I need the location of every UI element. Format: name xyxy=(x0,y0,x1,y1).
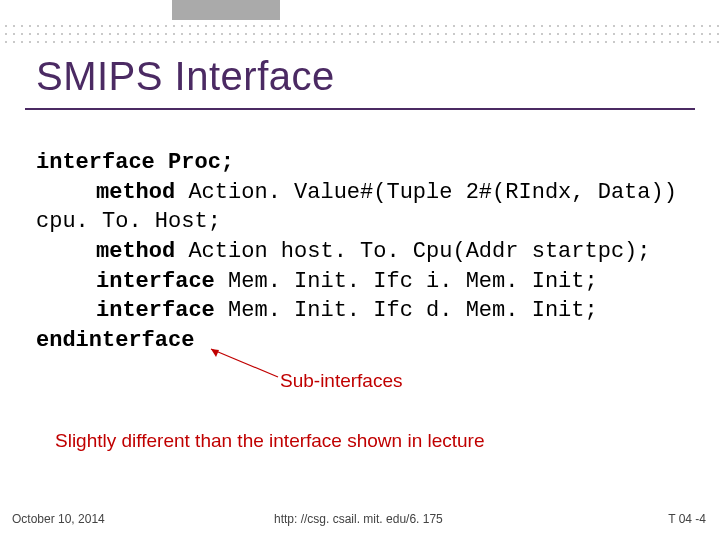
title-underline xyxy=(25,108,695,110)
code-text: Mem. Init. Ifc i. Mem. Init; xyxy=(215,269,598,294)
decoration-dots xyxy=(0,20,720,44)
code-text: Action host. To. Cpu(Addr startpc); xyxy=(175,239,650,264)
decoration-top-bar xyxy=(172,0,280,20)
slide-note: Slightly different than the interface sh… xyxy=(55,430,485,452)
footer-url: http: //csg. csail. mit. edu/6. 175 xyxy=(274,512,443,526)
footer-date: October 10, 2014 xyxy=(12,512,105,526)
code-text: Mem. Init. Ifc d. Mem. Init; xyxy=(215,298,598,323)
code-kw: method xyxy=(96,180,175,205)
code-kw: interface xyxy=(96,298,215,323)
code-kw: interface xyxy=(96,269,215,294)
code-block: interface Proc; method Action. Value#(Tu… xyxy=(36,148,696,356)
slide-title: SMIPS Interface xyxy=(36,54,335,99)
code-kw: interface Proc; xyxy=(36,150,234,175)
footer-page: T 04 -4 xyxy=(668,512,706,526)
code-kw: method xyxy=(96,239,175,264)
code-kw: endinterface xyxy=(36,328,194,353)
annotation-label: Sub-interfaces xyxy=(280,370,403,392)
